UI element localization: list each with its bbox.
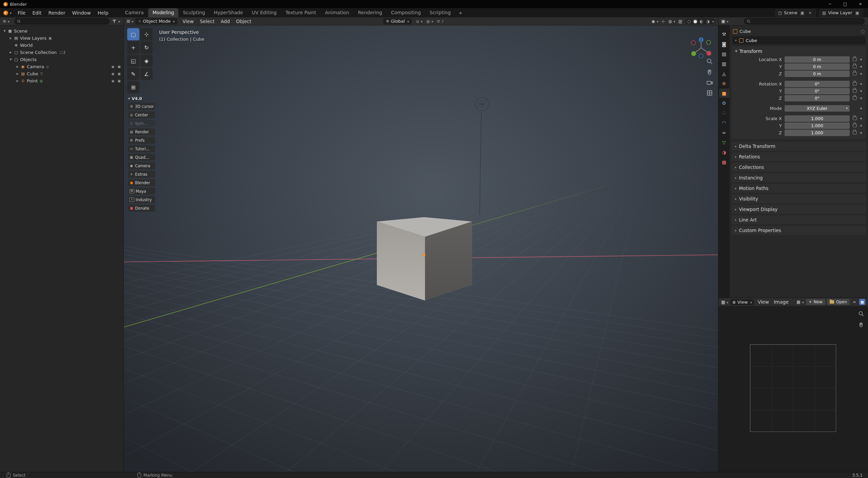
object-name-field[interactable]: ▾ Cube (732, 36, 865, 44)
outliner-item-label[interactable]: Point (27, 78, 38, 83)
animate-dot-icon[interactable] (860, 73, 862, 75)
viewport-canvas[interactable] (124, 25, 718, 472)
expander-icon[interactable]: ▶ (8, 37, 13, 40)
properties-tab[interactable]: ∞ (719, 128, 729, 137)
properties-section-header[interactable]: ▸ Collections (732, 163, 866, 172)
quick-panel-button[interactable]: ◉ Camera (128, 162, 155, 169)
toolbar-tool-button[interactable]: + (127, 41, 139, 54)
properties-tab[interactable]: ■ (719, 89, 729, 98)
pan-hand-icon[interactable] (858, 322, 864, 328)
snap-toggle[interactable] (415, 19, 420, 24)
quick-panel-button[interactable]: ⚙ Prefs (128, 137, 155, 144)
outliner-item-label[interactable]: Camera (27, 64, 44, 69)
viewport-menu-item[interactable]: Add (218, 18, 233, 25)
workspace-tab[interactable]: Scripting (425, 8, 455, 17)
transform-value-field[interactable]: 0° ▾ (785, 95, 850, 101)
outliner-search-input[interactable] (22, 19, 107, 24)
scene-selector[interactable]: Scene (775, 9, 816, 17)
pin-icon[interactable] (861, 29, 865, 34)
animate-dot-icon[interactable] (860, 132, 862, 134)
proportional-editing-toggle[interactable] (425, 19, 431, 24)
workspace-tab[interactable]: Texture Paint (281, 8, 321, 17)
app-menu-button[interactable] (0, 10, 14, 15)
viewport-3d[interactable]: User Perspective (1) Collection | Cube ▢… (123, 25, 718, 472)
breadcrumb-object-name[interactable]: Cube (739, 29, 751, 34)
disable-in-render-icon[interactable]: ▣ (118, 72, 121, 76)
toolbar-tool-button[interactable]: ↻ (140, 41, 153, 54)
workspace-tab[interactable]: HyperShade (210, 8, 248, 17)
properties-search-input[interactable] (752, 19, 862, 24)
expander-icon[interactable]: ▼ (2, 30, 7, 33)
properties-section-header[interactable]: ▸ Instancing (732, 173, 866, 182)
viewport-menu-item[interactable]: Object (233, 18, 255, 25)
disable-in-render-icon[interactable]: ▣ (118, 79, 121, 83)
lock-icon[interactable] (853, 89, 857, 93)
visibility-toggles[interactable]: ◉ ▣ (112, 79, 121, 83)
quick-panel-button[interactable]: I Industry (128, 196, 155, 203)
transform-value-field[interactable]: XYZ Euler ▾ (785, 105, 850, 112)
new-image-button[interactable]: +New (806, 299, 825, 305)
toolbar-tool-button[interactable]: ⊹ (140, 28, 153, 40)
workspace-tab[interactable]: Sculpting (178, 8, 209, 17)
rendered-shading-button[interactable] (705, 19, 710, 24)
outliner-row[interactable]: ▶ ▤ View Layers ▣ ▢ ◉ ▣ (0, 35, 123, 42)
new-scene-icon[interactable] (799, 10, 805, 16)
transform-value-field[interactable]: 0 m ▾ (785, 63, 850, 70)
outliner-row[interactable]: ▶ ▧ Cube ▽ ▢ ◉ ▣ (0, 70, 123, 77)
hide-in-viewport-icon[interactable]: ◉ (112, 65, 115, 69)
hide-in-viewport-icon[interactable]: ◉ (112, 72, 115, 76)
properties-section-header[interactable]: ▸ Viewport Display (732, 205, 866, 214)
properties-section-header[interactable]: ▸ Motion Paths (732, 184, 866, 193)
toolbar-tool-button[interactable]: ⊞ (127, 81, 139, 93)
editor-type-selector[interactable] (124, 19, 135, 24)
animate-dot-icon[interactable] (860, 118, 862, 119)
outliner-row[interactable]: ⊕ World ▢ ◉ ▣ (0, 42, 123, 49)
animate-dot-icon[interactable] (860, 108, 862, 109)
editor-type-selector[interactable] (718, 19, 730, 24)
lock-icon[interactable] (853, 82, 857, 85)
menubar-item[interactable]: File (14, 9, 29, 17)
hide-in-viewport-icon[interactable]: ◉ (112, 79, 115, 83)
solid-shading-button[interactable] (693, 19, 698, 24)
visibility-dropdown[interactable] (651, 19, 656, 24)
transform-panel-header[interactable]: ▼ Transform (732, 46, 866, 56)
properties-tab[interactable]: ◑ (719, 148, 729, 157)
expander-icon[interactable]: ▶ (8, 51, 13, 54)
toolbar-tool-button[interactable]: ▢ (127, 28, 139, 40)
properties-tab[interactable]: ▽ (719, 138, 729, 147)
transform-orientation-dropdown[interactable]: Global (383, 18, 412, 24)
animate-dot-icon[interactable] (860, 59, 862, 60)
lock-icon[interactable] (853, 124, 857, 127)
workspace-tab[interactable]: Modeling (148, 8, 179, 17)
image-editor-menu-item[interactable]: View (755, 299, 771, 305)
quick-panel-button[interactable]: ◎ Center (128, 111, 155, 118)
quick-panel-button[interactable]: ▭ Tutori... (128, 145, 155, 152)
expander-icon[interactable]: ▶ (15, 79, 20, 82)
transform-value-field[interactable]: 1.000 ▾ (785, 115, 850, 122)
proportional-options-dropdown[interactable] (431, 19, 433, 24)
editor-type-selector[interactable] (718, 300, 730, 305)
pivot-point-button[interactable]: ⊙ (436, 19, 441, 24)
minimize-button[interactable]: ─ (822, 0, 837, 8)
animate-dot-icon[interactable] (860, 66, 862, 68)
link-icon[interactable] (852, 299, 857, 305)
outliner-item-label[interactable]: World (20, 43, 33, 48)
lock-icon[interactable] (853, 72, 857, 75)
quick-panel-button[interactable]: + Extras (128, 171, 155, 178)
properties-section-header[interactable]: ▸ Visibility (732, 194, 866, 203)
image-view-mode-dropdown[interactable]: View (730, 299, 754, 305)
outliner-row[interactable]: ▶ ⊙ Point ◎ ▢ ◉ ▣ (0, 77, 123, 84)
camera-view-icon[interactable] (706, 79, 713, 86)
transform-value-field[interactable]: 0 m ▾ (785, 71, 850, 77)
visibility-toggles[interactable]: ◉ ▣ (112, 65, 121, 69)
toolbar-tool-button[interactable]: ✎ (127, 68, 139, 80)
expander-icon[interactable]: ▶ (15, 65, 20, 68)
material-shading-button[interactable] (699, 19, 704, 24)
negative-y-handle[interactable] (707, 40, 711, 44)
quick-panel-button[interactable]: ◫ Sym... (128, 120, 155, 127)
properties-tab[interactable]: ◙ (719, 39, 729, 49)
lock-icon[interactable] (853, 96, 857, 100)
snap-target-button[interactable]: ∕ (441, 19, 444, 24)
outliner-row[interactable]: ▶ ▢ Scene Collection ▢2 ◉ ▣ (0, 49, 123, 56)
viewport-menu-item[interactable]: View (179, 18, 197, 25)
